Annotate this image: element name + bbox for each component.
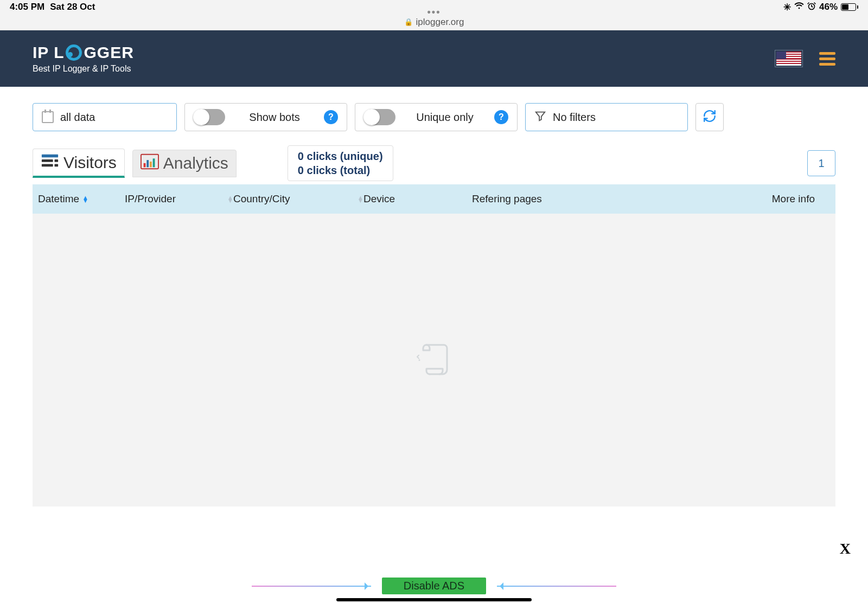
disable-ads-row: Disable ADS	[0, 578, 868, 594]
loading-icon: ✳︎	[783, 2, 791, 13]
disable-ads-label: Disable ADS	[404, 580, 464, 592]
refresh-button[interactable]	[695, 103, 724, 131]
arrow-left-icon	[497, 586, 616, 587]
toggle-icon	[194, 109, 225, 125]
clicks-summary: 0 clicks (unique) 0 clicks (total)	[288, 145, 393, 181]
help-icon[interactable]: ?	[494, 110, 508, 124]
col-ip[interactable]: IP/Provider ▲▼	[125, 193, 233, 205]
date-filter[interactable]: all data	[33, 103, 177, 131]
col-refering[interactable]: Refering pages	[472, 193, 678, 205]
svg-point-11	[419, 360, 420, 361]
show-bots-toggle[interactable]: Show bots ?	[184, 103, 347, 131]
tab-visitors-label: Visitors	[63, 153, 117, 172]
logo-o-icon	[66, 44, 82, 61]
calendar-icon	[42, 111, 54, 123]
multitask-dots-icon[interactable]: •••	[427, 7, 441, 18]
unique-only-toggle[interactable]: Unique only ?	[355, 103, 518, 131]
site-logo[interactable]: IP L GGER Best IP Logger & IP Tools	[33, 43, 134, 74]
col-device-label: Device	[363, 193, 395, 205]
lock-icon: 🔒	[404, 18, 413, 26]
ios-status-bar: 4:05 PM Sat 28 Oct ••• ✳︎ 46%	[0, 0, 868, 14]
filters-button[interactable]: No filters	[525, 103, 688, 131]
svg-rect-3	[55, 159, 59, 162]
unique-only-label: Unique only	[402, 111, 488, 124]
logo-text-pre: IP L	[33, 43, 64, 62]
filters-label: No filters	[553, 111, 596, 124]
status-date: Sat 28 Oct	[50, 2, 95, 12]
battery-percent: 46%	[819, 2, 838, 12]
col-refering-label: Refering pages	[472, 193, 542, 205]
logo-text-post: GGER	[84, 43, 133, 62]
col-device[interactable]: Device	[363, 193, 472, 205]
visitors-icon	[41, 152, 59, 172]
funnel-icon	[534, 110, 546, 125]
tab-analytics[interactable]: Analytics	[132, 150, 237, 177]
table-header: Datetime ▲▼ IP/Provider ▲▼ Country/City …	[33, 184, 835, 214]
svg-rect-5	[55, 164, 59, 167]
col-more-info[interactable]: More info	[772, 193, 830, 205]
svg-rect-4	[42, 164, 53, 167]
date-filter-label: all data	[60, 111, 95, 124]
col-datetime-label: Datetime	[38, 193, 79, 205]
show-bots-label: Show bots	[232, 111, 317, 124]
site-header: IP L GGER Best IP Logger & IP Tools	[0, 30, 868, 87]
svg-rect-1	[42, 155, 58, 158]
clicks-unique: 0 clicks (unique)	[298, 149, 383, 163]
home-indicator[interactable]	[336, 598, 532, 601]
sort-icon: ▲▼	[227, 196, 233, 202]
svg-rect-2	[42, 159, 53, 162]
page-number-top[interactable]: 1	[807, 150, 835, 176]
help-icon[interactable]: ?	[324, 110, 338, 124]
svg-rect-10	[152, 158, 155, 167]
svg-rect-9	[150, 162, 152, 167]
tabs-row: Visitors Analytics 0 clicks (unique) 0 c…	[33, 145, 835, 181]
arrow-right-icon	[252, 586, 371, 587]
hamburger-icon	[819, 52, 835, 55]
svg-rect-8	[146, 160, 149, 167]
url-text: iplogger.org	[416, 17, 464, 28]
tab-visitors[interactable]: Visitors	[33, 149, 125, 178]
col-country[interactable]: Country/City ▲▼	[233, 193, 363, 205]
sort-icon: ▲▼	[358, 196, 363, 202]
sort-icon: ▲▼	[82, 196, 88, 202]
menu-button[interactable]	[819, 52, 835, 66]
alarm-icon	[807, 2, 816, 13]
col-more-info-label: More info	[772, 193, 815, 205]
wifi-icon	[794, 2, 804, 12]
col-datetime[interactable]: Datetime ▲▼	[38, 193, 125, 205]
disable-ads-button[interactable]: Disable ADS	[382, 578, 486, 594]
us-flag-icon	[776, 52, 801, 66]
col-country-label: Country/City	[233, 193, 290, 205]
page-number-label: 1	[818, 157, 824, 170]
table-body-empty	[33, 214, 835, 506]
language-flag-button[interactable]	[775, 50, 803, 67]
site-tagline: Best IP Logger & IP Tools	[33, 64, 134, 74]
col-ip-label: IP/Provider	[125, 193, 176, 205]
filters-row: all data Show bots ? Unique only ? No fi…	[33, 103, 835, 131]
close-ad-button[interactable]: X	[840, 540, 851, 557]
toggle-icon	[364, 109, 395, 125]
status-time: 4:05 PM	[10, 2, 44, 12]
analytics-icon	[141, 153, 159, 174]
empty-scroll-icon	[412, 337, 456, 383]
clicks-total: 0 clicks (total)	[298, 163, 383, 177]
battery-icon	[841, 3, 858, 11]
svg-rect-7	[143, 163, 145, 167]
refresh-icon	[703, 109, 717, 126]
tab-analytics-label: Analytics	[163, 154, 228, 172]
